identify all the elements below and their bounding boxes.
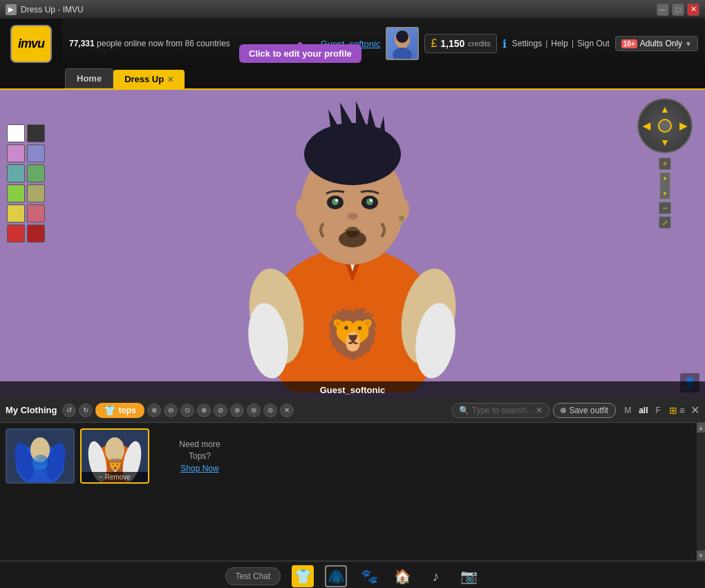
category-label: tops [118, 406, 135, 415]
credits-icon: £ [431, 37, 437, 50]
tab-dress-up[interactable]: Dress Up✕ [113, 70, 185, 88]
tops-icon: 👕 [104, 405, 115, 416]
test-chat-button[interactable]: Test Chat [225, 567, 281, 585]
zoom-plus-button[interactable]: + [659, 158, 671, 170]
save-dot-icon [561, 408, 566, 413]
my-clothing-label: My Clothing [6, 405, 57, 415]
search-placeholder: Type to search... [472, 406, 534, 415]
maximize-button[interactable]: □ [672, 3, 684, 16]
bottom-panel: My Clothing ↺ ↻ 👕 tops ⊕ ⊖ ⊙ ⊗ ⊘ ⊛ ⊜ ⊝ ✕… [0, 398, 705, 588]
adults-only-dropdown[interactable]: 18+ Adults Only ▼ [615, 36, 698, 51]
nav-right-arrow[interactable]: ▶ [679, 120, 687, 131]
svg-point-30 [346, 227, 359, 238]
nav-left-arrow[interactable]: ◀ [643, 120, 650, 131]
tab-clothing-icon[interactable]: 👕 [292, 565, 314, 587]
svg-point-19 [296, 197, 312, 222]
gender-all-button[interactable]: all [636, 404, 650, 417]
tab-pet-icon[interactable]: 🐾 [358, 565, 380, 587]
avatar-username-display: Guest_softonic [320, 385, 386, 395]
nav-tabs: Home Dress Up✕ [0, 68, 705, 90]
sep2: | [572, 39, 574, 48]
svg-point-28 [347, 213, 358, 220]
toolbar-icon-3[interactable]: ⊙ [180, 404, 194, 417]
toolbar-icon-8[interactable]: ⊝ [263, 404, 277, 417]
minimize-button[interactable]: ─ [657, 3, 669, 16]
toolbar-icon-back[interactable]: ↺ [62, 404, 76, 417]
items-area: 🔵 〰 🦁 − Remove Need moreTops? Shop Now ▲ [0, 423, 705, 560]
scroll-down-arrow[interactable]: ▼ [697, 551, 705, 560]
svg-point-21 [399, 216, 404, 221]
tab-music-icon[interactable]: ♪ [424, 565, 446, 587]
save-outfit-label: Save outfit [569, 406, 608, 415]
remove-label[interactable]: − Remove [82, 472, 148, 482]
age-rating-icon: 18+ [621, 39, 637, 48]
app-icon: ▶ [6, 4, 17, 15]
close-panel-icon[interactable]: ✕ [690, 404, 699, 417]
3d-nav-controls: ▲ ▼ ◀ ▶ + ▲ ▼ − ⤢ [637, 98, 693, 153]
avatar-thumbnail[interactable] [386, 27, 419, 60]
online-text: people online now from [95, 39, 185, 48]
panel-scrollbar[interactable]: ▲ ▼ [697, 423, 705, 560]
nav-center[interactable] [658, 119, 672, 133]
avatar-svg: 🦁 [221, 95, 484, 392]
tab-home[interactable]: Home [65, 68, 113, 88]
toolbar-icon-2[interactable]: ⊖ [164, 404, 178, 417]
toolbar-icon-1[interactable]: ⊕ [147, 404, 161, 417]
imvu-logo[interactable]: imvu [10, 25, 52, 63]
close-button[interactable]: ✕ [687, 3, 699, 16]
clothing-item-1[interactable]: 🔵 〰 [6, 428, 75, 484]
tab-camera-icon[interactable]: 📷 [458, 565, 480, 587]
scroll-track [697, 433, 705, 551]
info-icon[interactable]: ℹ [502, 37, 507, 50]
grid-view-icon[interactable]: ⊞ [669, 405, 677, 416]
nav-down-arrow[interactable]: ▼ [660, 137, 670, 148]
credits-label: credits [468, 39, 490, 48]
toolbar-icon-x[interactable]: ✕ [280, 404, 294, 417]
gender-m-button[interactable]: M [621, 404, 634, 417]
search-clear-icon[interactable]: ✕ [536, 406, 543, 415]
svg-point-25 [366, 198, 373, 205]
clothing-item-2[interactable]: 🦁 − Remove [80, 428, 149, 484]
profile-area: Guest_softonic £ 1,150 credits ℹ Setting… [321, 27, 705, 60]
category-button[interactable]: 👕 tops [95, 403, 144, 418]
top-nav: Settings | Help | Sign Out [512, 39, 610, 48]
credits-value: 1,150 [440, 38, 464, 49]
save-outfit-button[interactable]: Save outfit [553, 403, 616, 418]
need-more-text: Need moreTops? [179, 439, 220, 462]
svg-text:🦁: 🦁 [323, 306, 384, 363]
expand-button[interactable]: ⤢ [659, 216, 671, 229]
settings-link[interactable]: Settings [512, 39, 542, 48]
nav-up-arrow[interactable]: ▲ [660, 104, 670, 115]
main-viewport: 🦁 [0, 90, 705, 398]
search-box[interactable]: 🔍 Type to search... ✕ [451, 403, 551, 418]
toolbar-icon-6[interactable]: ⊛ [230, 404, 244, 417]
gender-f-button[interactable]: F [652, 404, 663, 417]
avatar-body: 🦁 [214, 99, 491, 389]
list-view-icon[interactable]: ≡ [679, 405, 685, 416]
online-countries: 86 countries [185, 39, 229, 48]
zoom-minus-button[interactable]: − [659, 202, 671, 214]
username-bar: Guest_softonic [0, 381, 705, 398]
toolbar-icon-7[interactable]: ⊜ [247, 404, 261, 417]
adults-only-text: Adults Only [640, 39, 682, 48]
sep1: | [545, 39, 547, 48]
toolbar-icon-5[interactable]: ⊘ [214, 404, 227, 417]
view-buttons: ⊞ ≡ [669, 405, 685, 416]
toolbar-icon-forward[interactable]: ↻ [79, 404, 93, 417]
search-area: 🔍 Type to search... ✕ Save outfit M all … [451, 403, 699, 418]
shop-now-link[interactable]: Shop Now [180, 464, 218, 473]
profile-tooltip[interactable]: Click to edit your profile [239, 44, 361, 63]
tab-close-icon[interactable]: ✕ [167, 75, 173, 84]
window-title: Dress Up - IMVU [21, 5, 84, 15]
svg-point-26 [335, 199, 338, 202]
tab-home-icon[interactable]: 🏠 [391, 565, 413, 587]
help-link[interactable]: Help [551, 39, 568, 48]
window-controls[interactable]: ─ □ ✕ [657, 3, 699, 16]
svg-marker-17 [366, 108, 377, 133]
signout-link[interactable]: Sign Out [577, 39, 610, 48]
svg-point-27 [370, 199, 373, 202]
toolbar-icon-4[interactable]: ⊗ [197, 404, 211, 417]
zoom-slider[interactable]: ▲ ▼ [659, 172, 670, 200]
scroll-up-arrow[interactable]: ▲ [697, 423, 705, 433]
tab-hanger-icon[interactable]: 🧥 [325, 565, 347, 587]
